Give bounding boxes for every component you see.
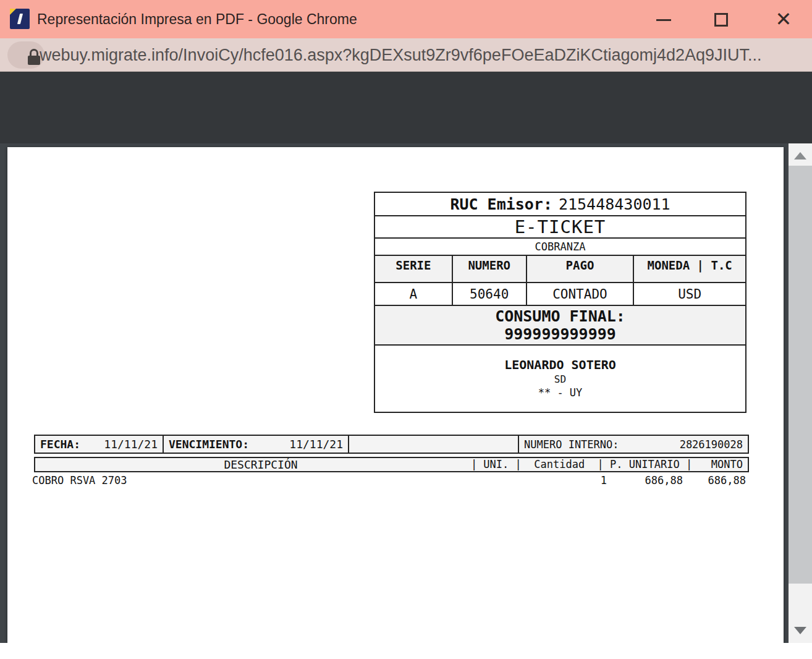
lock-icon <box>28 49 40 67</box>
header-pago: PAGO <box>527 256 635 282</box>
window-titlebar: Representación Impresa en PDF - Google C… <box>0 0 812 38</box>
value-pago: CONTADO <box>527 283 635 305</box>
customer-name: LEONARDO SOTERO <box>504 357 616 373</box>
customer-line2: SD <box>554 373 566 386</box>
fecha-label: FECHA: <box>40 438 80 451</box>
value-serie: A <box>375 283 453 305</box>
line-items-header: DESCRIPCIÓN | UNI. | Cantidad | P. UNITA… <box>34 457 749 472</box>
fecha-value: 11/11/21 <box>104 438 158 451</box>
fecha-cell: FECHA: 11/11/21 <box>35 436 164 453</box>
window-title: Representación Impresa en PDF - Google C… <box>37 0 357 38</box>
consumo-label: CONSUMO FINAL: <box>495 307 625 325</box>
numero-interno-label: NUMERO INTERNO: <box>524 438 619 451</box>
serie-value-row: A 50640 CONTADO USD <box>375 283 745 306</box>
numero-interno-value: 2826190028 <box>680 438 743 451</box>
scroll-down-icon[interactable] <box>794 627 806 634</box>
address-bar: webuy.migrate.info/InvoiCy/hcfe016.aspx?… <box>0 38 812 72</box>
empty-cell <box>349 436 519 453</box>
vencimiento-label: VENCIMIENTO: <box>169 438 249 451</box>
pdf-page: RUC Emisor: 215448430011 E-TICKET COBRAN… <box>7 147 784 643</box>
header-numero: NUMERO <box>453 256 527 282</box>
scroll-up-icon[interactable] <box>794 152 806 159</box>
customer-box: LEONARDO SOTERO SD ** - UY <box>375 346 745 410</box>
ruc-label: RUC Emisor: <box>450 195 552 213</box>
value-numero: 50640 <box>453 283 527 305</box>
scrollbar-thumb[interactable] <box>789 166 812 584</box>
consumo-final-row: CONSUMO FINAL: 999999999999 <box>375 306 745 346</box>
header-moneda: MONEDA | T.C <box>634 256 745 282</box>
chrome-popup-window: { "window": { "title": "Representación I… <box>0 0 812 659</box>
descripcion-header: DESCRIPCIÓN <box>35 458 486 471</box>
favicon-slash <box>17 14 23 24</box>
ruc-value: 215448430011 <box>559 195 670 213</box>
numero-interno-cell: NUMERO INTERNO: 2826190028 <box>519 436 748 453</box>
vencimiento-value: 11/11/21 <box>289 438 343 451</box>
item-p-unitario: 686,88 <box>615 474 683 487</box>
vertical-scrollbar[interactable] <box>789 143 812 643</box>
site-info-button[interactable] <box>7 41 44 69</box>
item-cantidad: 1 <box>539 474 607 487</box>
customer-line3: ** - UY <box>538 386 583 399</box>
invoice-header-table: RUC Emisor: 215448430011 E-TICKET COBRAN… <box>374 192 746 413</box>
columns-header: | UNI. | Cantidad | P. UNITARIO | MONTO <box>471 458 743 471</box>
header-serie: SERIE <box>375 256 453 282</box>
maximize-icon[interactable] <box>714 13 728 27</box>
value-moneda: USD <box>634 283 745 305</box>
vencimiento-cell: VENCIMIENTO: 11/11/21 <box>164 436 349 453</box>
serie-header-row: SERIE NUMERO PAGO MONEDA | T.C <box>375 256 745 283</box>
pdf-toolbar: CFE000000... 1 / 1 76% <box>0 72 812 143</box>
url-text[interactable]: webuy.migrate.info/InvoiCy/hcfe016.aspx?… <box>40 38 808 72</box>
doc-type: E-TICKET <box>375 216 745 239</box>
doc-subtype: COBRANZA <box>375 239 745 256</box>
invoicy-favicon-icon <box>10 9 30 29</box>
bottom-margin <box>0 643 812 659</box>
item-monto: 686,88 <box>678 474 746 487</box>
close-icon[interactable]: ✕ <box>771 5 796 33</box>
favicon-fold <box>10 9 16 15</box>
consumo-value: 999999999999 <box>504 325 616 343</box>
item-descripcion: COBRO RSVA 2703 <box>32 474 127 487</box>
pdf-viewer-area: RUC Emisor: 215448430011 E-TICKET COBRAN… <box>0 143 812 643</box>
minimize-icon[interactable] <box>656 19 671 21</box>
ruc-emisor-row: RUC Emisor: 215448430011 <box>375 193 745 216</box>
dates-row: FECHA: 11/11/21 VENCIMIENTO: 11/11/21 NU… <box>34 435 749 454</box>
